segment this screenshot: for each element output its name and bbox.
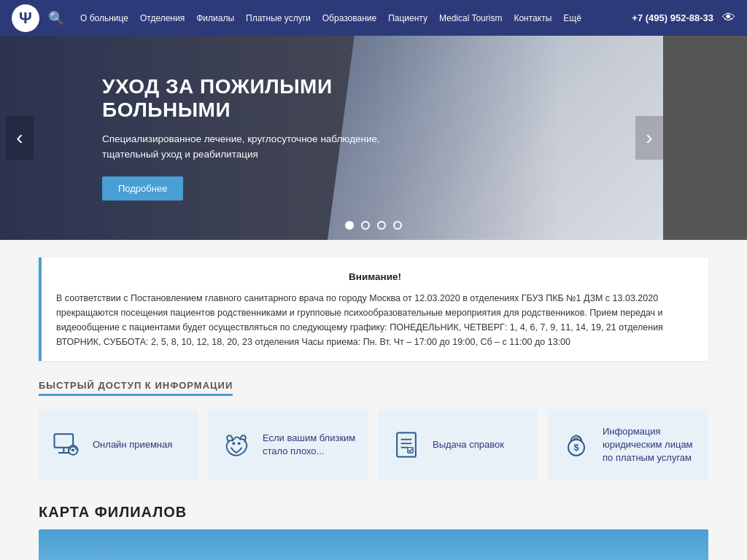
nav-education[interactable]: Образование — [318, 10, 381, 26]
quick-card-emergency[interactable]: Если вашим близким стало плохо... — [209, 409, 368, 481]
svg-point-6 — [238, 442, 241, 445]
svg-point-4 — [71, 448, 74, 451]
nav-branches[interactable]: Филиалы — [192, 10, 239, 26]
nav-departments[interactable]: Отделения — [136, 10, 189, 26]
hero-dot-2[interactable] — [361, 221, 370, 230]
hero-content: УХОД ЗА ПОЖИЛЫМИ БОЛЬНЫМИ Специализирова… — [102, 75, 409, 201]
nav-patient[interactable]: Пациенту — [384, 10, 432, 26]
certificate-icon — [390, 429, 422, 461]
svg-rect-11 — [408, 448, 413, 453]
accessibility-icon[interactable]: 👁 — [722, 10, 735, 26]
notice-text: В соответствии с Постановлением главного… — [56, 291, 694, 349]
emergency-icon — [220, 429, 252, 461]
hero-next-arrow[interactable]: › — [635, 116, 663, 160]
quick-card-online-reception-label: Онлайн приемная — [93, 438, 172, 451]
search-icon[interactable]: 🔍 — [48, 10, 64, 26]
legal-icon: $ — [560, 429, 592, 461]
logo[interactable]: Ψ — [12, 4, 39, 32]
header-right: +7 (495) 952-88-33 👁 — [632, 10, 735, 26]
hero-button[interactable]: Подробнее — [102, 176, 183, 201]
hero-subtitle: Специализированное лечение, круглосуточн… — [102, 132, 409, 162]
quick-card-legal-label: Информация юридическим лицам по платным … — [603, 425, 697, 465]
nav-paid[interactable]: Платные услуги — [241, 10, 315, 26]
header: Ψ 🔍 О больнице Отделения Филиалы Платные… — [0, 0, 747, 36]
map-section: КАРТА ФИЛИАЛОВ — [27, 504, 720, 560]
quick-access-heading: БЫСТРЫЙ ДОСТУП К ИНФОРМАЦИИ — [39, 380, 233, 396]
phone-number: +7 (495) 952-88-33 — [632, 12, 713, 23]
nav-contacts[interactable]: Контакты — [509, 10, 556, 26]
quick-card-certificate[interactable]: Выдача справок — [379, 409, 538, 481]
quick-card-emergency-label: Если вашим близким стало плохо... — [263, 432, 357, 458]
hero-title: УХОД ЗА ПОЖИЛЫМИ БОЛЬНЫМИ — [102, 75, 409, 122]
quick-card-online-reception[interactable]: Онлайн приемная — [39, 409, 198, 481]
main-nav: О больнице Отделения Филиалы Платные усл… — [76, 10, 632, 26]
hero-dot-4[interactable] — [393, 221, 402, 230]
nav-about[interactable]: О больнице — [76, 10, 133, 26]
hero-prev-arrow[interactable]: ‹ — [6, 116, 34, 160]
map-heading: КАРТА ФИЛИАЛОВ — [39, 504, 708, 521]
quick-card-legal[interactable]: $ Информация юридическим лицам по платны… — [549, 409, 708, 481]
hero-dots — [345, 221, 402, 230]
hero-dot-1[interactable] — [345, 221, 354, 230]
hero-dot-3[interactable] — [377, 221, 386, 230]
notice-title: Внимание! — [56, 269, 694, 285]
quick-card-certificate-label: Выдача справок — [433, 438, 504, 451]
nav-medical-tourism[interactable]: Medical Tourism — [435, 10, 506, 26]
hero-slider: УХОД ЗА ПОЖИЛЫМИ БОЛЬНЫМИ Специализирова… — [0, 36, 747, 240]
svg-text:$: $ — [573, 442, 578, 453]
notice-block: Внимание! В соответствии с Постановление… — [39, 257, 708, 361]
online-reception-icon — [50, 429, 82, 461]
svg-point-5 — [233, 442, 236, 445]
svg-rect-0 — [55, 434, 74, 447]
quick-access-section: БЫСТРЫЙ ДОСТУП К ИНФОРМАЦИИ Онлайн прием… — [27, 378, 720, 481]
quick-access-grid: Онлайн приемная Если вашим близким стало… — [39, 409, 708, 481]
map-placeholder — [39, 529, 708, 560]
nav-more[interactable]: Ещё — [559, 10, 586, 26]
